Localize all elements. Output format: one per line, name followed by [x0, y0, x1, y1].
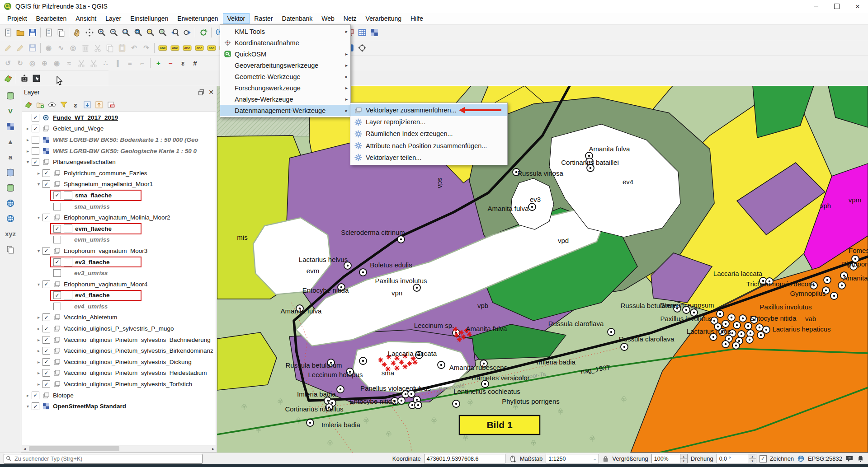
add-delimited-text-icon[interactable]: a	[5, 151, 17, 163]
filter-legend-icon[interactable]	[58, 99, 69, 110]
rotate-point-symbols-icon[interactable]: ≡	[124, 57, 136, 69]
layer-visibility-checkbox[interactable]: ✓	[53, 291, 61, 299]
submenu-item-vektorlayer-zusammenf-hren-[interactable]: Vektorlayer zusammenführen...	[350, 104, 507, 116]
toggle-editing-icon[interactable]	[14, 42, 26, 54]
add-wfs-layer-icon[interactable]	[5, 212, 17, 224]
current-edits-icon[interactable]	[2, 42, 14, 54]
rotation-spinner[interactable]: 0,0 ° ▲▼	[717, 454, 756, 463]
layer-visibility-checkbox[interactable]: ✓	[42, 347, 50, 355]
layer-label[interactable]: ev3_flaeche	[75, 259, 110, 266]
layer-row-eriophorum-vaginatum-moor3[interactable]: ▾✓Eriophorum_vaginatum_Moor3	[22, 245, 216, 257]
layer-row-ev4-umriss[interactable]: ev4_umriss	[22, 301, 216, 312]
delete-selected-icon[interactable]	[79, 42, 91, 54]
layer-label[interactable]: sma_flaeche	[75, 192, 112, 199]
expander-icon[interactable]: ▸	[35, 171, 42, 176]
close-button[interactable]: ✕	[847, 0, 868, 13]
expander-icon[interactable]: ▸	[35, 337, 42, 342]
layer-visibility-checkbox[interactable]: ✓	[32, 402, 39, 410]
layer-visibility-checkbox[interactable]: ✓	[42, 369, 50, 377]
expander-icon[interactable]: ▸	[35, 370, 42, 375]
layer-label[interactable]: ev4_flaeche	[75, 292, 110, 299]
menu-hilfe[interactable]: Hilfe	[406, 13, 428, 24]
add-mesh-layer-icon[interactable]: ▲	[5, 135, 17, 148]
layer-label[interactable]: Vaccinio_uliginosi_Pinetum_sylvestris_Di…	[64, 359, 192, 365]
layer-row-sphagnetum-magellanici-moor1[interactable]: ▾✓Sphagnetum_magellanici_Moor1	[22, 179, 216, 190]
move-label-icon[interactable]: abc	[205, 42, 217, 54]
layer-row-vaccinio-uliginosi-p-sylvestris-p-mugo[interactable]: ▸✓Vaccinio_uliginosi_P_sylvestris_P_mugo	[22, 323, 216, 334]
select-by-expression-icon[interactable]: ε	[177, 57, 189, 69]
expander-icon[interactable]: ▾	[35, 248, 42, 253]
menu-item-geometrie-werkzeuge[interactable]: Geometrie-Werkzeuge▸	[220, 71, 350, 82]
expander-icon[interactable]: ▾	[24, 404, 32, 409]
paste-features-icon[interactable]	[116, 42, 128, 54]
layer-labeling-icon[interactable]: abc	[156, 42, 169, 54]
crs-globe-icon[interactable]	[797, 455, 805, 462]
layer-visibility-checkbox[interactable]: ✓	[42, 358, 50, 366]
menu-ansicht[interactable]: Ansicht	[71, 13, 101, 24]
submenu-item-attribute-nach-position-zusammenf-gen-[interactable]: Attribute nach Position zusammenfügen...	[350, 140, 507, 152]
locator-search[interactable]	[4, 454, 203, 464]
layer-row-gebiet-und-wege[interactable]: ▸✓Gebiet_und_Wege	[22, 123, 216, 135]
add-point-feature-icon[interactable]: ◉	[42, 42, 55, 54]
menu-projekt[interactable]: Projekt	[3, 13, 32, 24]
symbol-swatch[interactable]	[64, 258, 72, 266]
layer-row-vaccinio-uliginosi-pinetum-sylvestris-di[interactable]: ▸✓Vaccinio_uliginosi_Pinetum_sylvestris_…	[22, 356, 216, 368]
refresh-map-icon[interactable]	[197, 26, 209, 38]
add-spatialite-layer-icon[interactable]	[5, 182, 17, 194]
layer-row-vaccinio-uliginosi-pinetum-sylvestris-to[interactable]: ▸✓Vaccinio_uliginosi_Pinetum_sylvestris_…	[22, 378, 216, 390]
crosshair-icon[interactable]	[356, 42, 368, 54]
menu-item-analyse-werkzeuge[interactable]: Analyse-Werkzeuge▸	[220, 93, 350, 105]
expander-icon[interactable]: ▸	[35, 348, 42, 353]
layer-label[interactable]: Vaccinio_uliginosi_Pinetum_sylvestris_Ba…	[64, 336, 211, 343]
expander-icon[interactable]: ▾	[35, 215, 42, 220]
zoom-last-icon[interactable]	[169, 26, 181, 38]
submenu-item-r-umlichen-index-erzeugen-[interactable]: Räumlichen Index erzeugen...	[350, 128, 507, 140]
zoom-to-selection-icon[interactable]	[144, 26, 156, 38]
layer-label[interactable]: Biotope	[53, 392, 74, 399]
layer-label[interactable]: Sphagnetum_magellanici_Moor1	[64, 181, 153, 187]
float-panel-icon[interactable]	[198, 89, 205, 96]
layer-label[interactable]: OpenStreetMap Standard	[53, 403, 126, 410]
fill-ring-icon[interactable]: ◉	[51, 57, 63, 69]
layer-visibility-checkbox[interactable]: ✓	[42, 280, 50, 288]
layer-label[interactable]: Eriophorum_vaginatum_Moor3	[64, 248, 147, 254]
menu-raster[interactable]: Raster	[250, 13, 277, 24]
offset-curve-icon[interactable]: ≈	[63, 57, 75, 69]
layer-visibility-checkbox[interactable]: ✓	[32, 125, 39, 132]
epsg-label[interactable]: EPSG:25832	[808, 455, 842, 462]
add-virtual-layer-icon[interactable]	[5, 243, 17, 255]
submenu-item-layer-reprojizieren-[interactable]: Layer reprojizieren...	[350, 116, 507, 128]
merge-features-icon[interactable]: ∴	[99, 57, 112, 69]
zoom-out-icon[interactable]: −	[108, 26, 120, 38]
layer-row-evm-umriss[interactable]: evm_umriss	[22, 234, 216, 246]
remove-selection-icon[interactable]: −	[165, 57, 177, 69]
layer-label[interactable]: Vaccinio_uliginosi_P_sylvestris_P_mugo	[64, 325, 174, 332]
layer-visibility-checkbox[interactable]	[53, 203, 61, 210]
menu-item-datenmanagement-werkzeuge[interactable]: Datenmanagement-Werkzeuge▸	[220, 105, 350, 116]
layer-visibility-checkbox[interactable]	[32, 147, 39, 155]
coordinate-capture-icon[interactable]	[18, 72, 30, 84]
add-wms-layer-icon[interactable]	[5, 197, 17, 209]
spin-down-icon[interactable]: ▼	[680, 459, 687, 463]
layer-row-wms-lgrb-bw-bk50-bodenkarte-1-50-000-geo[interactable]: ▸WMS LGRB-BW BK50: Bodenkarte 1 : 50 000…	[22, 134, 216, 145]
layer-styling-icon[interactable]	[2, 72, 14, 84]
layout-manager-icon[interactable]	[55, 26, 67, 38]
layers-panel-hscrollbar[interactable]: ◂ ▸	[21, 445, 217, 452]
layer-row-vaccinio-abietetum[interactable]: ▸✓Vaccinio_Abietetum	[22, 312, 216, 323]
layer-row-ev4-flaeche[interactable]: ✓ev4_flaeche	[22, 290, 216, 301]
data-source-manager-icon[interactable]	[5, 89, 17, 102]
minimize-button[interactable]: ─	[806, 0, 826, 13]
layer-label[interactable]: Polytrichum_commune_Fazies	[64, 170, 147, 177]
layer-label[interactable]: Eriophorum_vaginatum_Molinia_Moor2	[64, 214, 170, 221]
simplify-feature-icon[interactable]: ↻	[14, 57, 26, 69]
layer-visibility-checkbox[interactable]	[53, 269, 61, 277]
add-part-icon[interactable]: ⊕	[38, 57, 51, 69]
menu-web[interactable]: Web	[317, 13, 339, 24]
mouse-position-icon[interactable]	[509, 455, 517, 463]
zoom-in-icon[interactable]: +	[95, 26, 108, 38]
layer-visibility-checkbox[interactable]: ✓	[53, 191, 61, 199]
layer-visibility-checkbox[interactable]	[53, 303, 61, 310]
layer-label[interactable]: Vaccinio_uliginosi_Pinetum_sylvestris_He…	[64, 369, 207, 376]
layer-visibility-checkbox[interactable]: ✓	[42, 214, 50, 221]
expander-icon[interactable]: ▾	[35, 282, 42, 287]
